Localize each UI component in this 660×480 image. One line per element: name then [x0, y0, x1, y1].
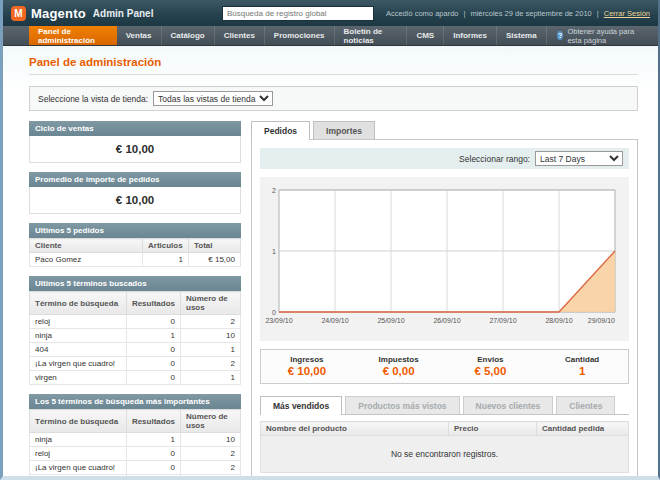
help-link-label: Obtener ayuda para esta página	[567, 27, 648, 45]
column-header: Resultados	[126, 292, 180, 315]
table-row[interactable]: 404 0 1	[30, 475, 241, 480]
logout-link[interactable]: Cerrar Sesión	[604, 9, 650, 18]
main-nav: Panel de administración Ventas Catálogo …	[3, 26, 658, 46]
separator: |	[597, 9, 599, 18]
stat-label: Envios	[445, 355, 537, 364]
nav-item-system[interactable]: Sistema	[497, 26, 547, 45]
nav-item-dashboard[interactable]: Panel de administración	[29, 26, 117, 45]
cell-results: 0	[126, 343, 180, 357]
global-search-input[interactable]	[222, 6, 374, 21]
top-search-terms-title: Los 5 términos de búsqueda más important…	[29, 394, 241, 409]
tab-orders[interactable]: Pedidos	[251, 121, 310, 140]
user-info: Accedió como apardo | miércoles 29 de se…	[386, 9, 650, 18]
magento-logo-icon: M	[11, 6, 26, 21]
cell-uses: 1	[181, 475, 241, 480]
nav-item-promotions[interactable]: Promociones	[265, 26, 335, 45]
products-tabs: Más vendidos Productos más vistos Nuevos…	[260, 396, 629, 415]
table-row[interactable]: reloj 0 2	[30, 447, 241, 461]
lifetime-sales-box: Ciclo de ventas € 10,00	[29, 121, 241, 163]
column-header: Articulos	[143, 239, 189, 253]
column-header: Término de búsqueda	[30, 292, 127, 315]
logo-text: Magento	[31, 6, 86, 21]
svg-text:2: 2	[272, 187, 276, 194]
cell-term: ninja	[30, 433, 127, 447]
current-date: miércoles 29 de septiembre de 2010	[470, 9, 591, 18]
cell-uses: 1	[181, 371, 241, 385]
nav-item-sales[interactable]: Ventas	[117, 26, 162, 45]
table-row[interactable]: ¡La virgen que cuadro! 0 2	[30, 461, 241, 475]
column-header: Nombre del producto	[261, 422, 449, 436]
tab-new-customers[interactable]: Nuevos clientes	[463, 396, 554, 414]
range-bar: Seleccionar rango: Last 7 Days	[260, 148, 629, 169]
stat-label: Impuestos	[353, 355, 445, 364]
table-row[interactable]: Paco Gomez 1 € 15,00	[30, 253, 241, 267]
last-orders-table: Cliente Articulos Total Paco Gomez 1 € 1…	[29, 238, 241, 267]
cell-customer: Paco Gomez	[30, 253, 143, 267]
table-row[interactable]: virgen 0 1	[30, 371, 241, 385]
cell-uses: 10	[181, 433, 241, 447]
cell-term: 404	[30, 475, 127, 480]
nav-item-reports[interactable]: Informes	[444, 26, 497, 45]
cell-term: reloj	[30, 315, 127, 329]
tab-customers[interactable]: Clientes	[556, 396, 615, 414]
table-row[interactable]: ninja 1 10	[30, 433, 241, 447]
dashboard-main: Pedidos Importes Seleccionar rango: Last…	[251, 121, 638, 480]
cell-results: 0	[126, 371, 180, 385]
average-orders-value: € 10,00	[29, 187, 241, 214]
tab-most-viewed[interactable]: Productos más vistos	[345, 396, 459, 414]
store-view-select[interactable]: Todas las vistas de tienda	[153, 91, 273, 106]
column-header: Precio	[449, 422, 537, 436]
logged-in-as: Accedió como apardo	[386, 9, 459, 18]
stat-tax: Impuestos € 0,00	[353, 355, 445, 377]
last-search-terms-title: Ultimos 5 términos buscados	[29, 276, 241, 291]
orders-chart-frame: 01223/09/1024/09/1025/09/1026/09/1027/09…	[260, 177, 629, 341]
cell-uses: 2	[181, 315, 241, 329]
cell-results: 0	[126, 447, 180, 461]
cell-items: 1	[143, 253, 189, 267]
last-orders-title: Ultimos 5 pedidos	[29, 223, 241, 238]
table-row[interactable]: ninja 1 10	[30, 329, 241, 343]
cell-term: reloj	[30, 447, 127, 461]
nav-item-catalog[interactable]: Catálogo	[162, 26, 215, 45]
chart-panel: Seleccionar rango: Last 7 Days 01223/09/…	[251, 139, 638, 480]
tab-amounts[interactable]: Importes	[313, 121, 375, 139]
svg-text:24/09/10: 24/09/10	[321, 317, 348, 324]
empty-row: No se encontraron registros.	[261, 436, 629, 473]
nav-item-customers[interactable]: Clientes	[215, 26, 265, 45]
help-link[interactable]: ? Obtener ayuda para esta página	[547, 26, 658, 45]
lifetime-sales-value: € 10,00	[29, 136, 241, 163]
svg-text:28/09/10: 28/09/10	[545, 317, 572, 324]
cell-results: 1	[126, 433, 180, 447]
column-header: Total	[189, 239, 241, 253]
stat-value: € 10,00	[261, 365, 353, 377]
magento-admin-window: M Magento Admin Panel Accedió como apard…	[0, 0, 660, 480]
top-search-terms-box: Los 5 términos de búsqueda más important…	[29, 394, 241, 480]
magento-logo[interactable]: M Magento Admin Panel	[11, 6, 153, 21]
svg-text:23/09/10: 23/09/10	[265, 317, 292, 324]
table-row[interactable]: 404 0 1	[30, 343, 241, 357]
column-header: Resultados	[126, 410, 180, 433]
cell-uses: 2	[181, 357, 241, 371]
cell-results: 0	[126, 461, 180, 475]
cell-uses: 1	[181, 343, 241, 357]
tab-bestsellers[interactable]: Más vendidos	[260, 396, 342, 415]
empty-message: No se encontraron registros.	[261, 436, 629, 473]
stat-value: 1	[536, 365, 628, 377]
cell-results: 1	[126, 329, 180, 343]
content-area: Panel de administración Seleccione la vi…	[3, 46, 658, 479]
range-label: Seleccionar rango:	[459, 154, 530, 164]
column-header: Cliente	[30, 239, 143, 253]
range-select[interactable]: Last 7 Days	[535, 151, 623, 166]
nav-item-cms[interactable]: CMS	[407, 26, 444, 45]
column-header: Término de búsqueda	[30, 410, 127, 433]
logo-suffix: Admin Panel	[93, 8, 154, 19]
stat-revenue: Ingresos € 10,00	[261, 355, 353, 377]
store-view-label: Seleccione la vista de tienda:	[38, 94, 148, 104]
stat-quantity: Cantidad 1	[536, 355, 628, 377]
table-row[interactable]: ¡La virgen que cuadro! 0 2	[30, 357, 241, 371]
nav-item-newsletter[interactable]: Boletín de noticias	[335, 26, 408, 45]
column-header: Número de usos	[181, 292, 241, 315]
cell-total: € 15,00	[189, 253, 241, 267]
table-row[interactable]: reloj 0 2	[30, 315, 241, 329]
average-orders-title: Promedio de importe de pedidos	[29, 172, 241, 187]
